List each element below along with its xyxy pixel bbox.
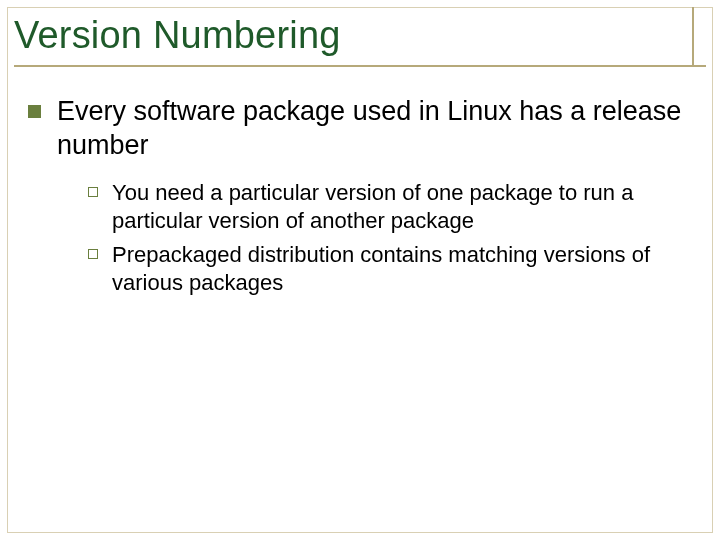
bullet-level2: You need a particular version of one pac… bbox=[88, 179, 686, 235]
slide-title: Version Numbering bbox=[14, 14, 706, 57]
accent-line-horizontal bbox=[14, 65, 706, 67]
sub-bullet-group: You need a particular version of one pac… bbox=[28, 179, 686, 298]
accent-line-vertical bbox=[692, 7, 694, 67]
content-area: Every software package used in Linux has… bbox=[14, 95, 706, 297]
sub-bullet-text: You need a particular version of one pac… bbox=[112, 179, 686, 235]
title-region: Version Numbering bbox=[14, 8, 706, 67]
slide: Version Numbering Every software package… bbox=[0, 0, 720, 540]
hollow-square-bullet-icon bbox=[88, 249, 98, 259]
bullet-level2: Prepackaged distribution contains matchi… bbox=[88, 241, 686, 297]
square-bullet-icon bbox=[28, 105, 41, 118]
hollow-square-bullet-icon bbox=[88, 187, 98, 197]
bullet-level1: Every software package used in Linux has… bbox=[28, 95, 686, 163]
sub-bullet-text: Prepackaged distribution contains matchi… bbox=[112, 241, 686, 297]
bullet-text: Every software package used in Linux has… bbox=[57, 95, 686, 163]
